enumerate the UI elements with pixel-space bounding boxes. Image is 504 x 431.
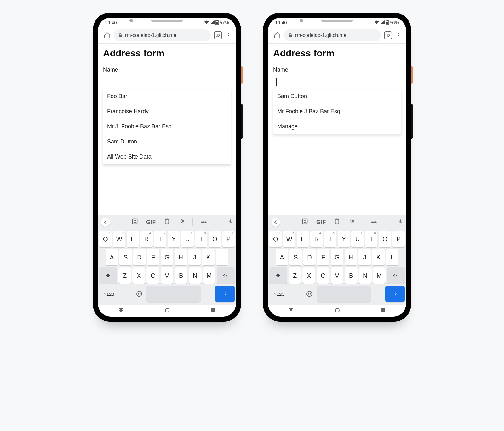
settings-icon[interactable] [178, 218, 184, 226]
key-u[interactable]: 7U [351, 231, 364, 247]
backspace-key[interactable] [217, 267, 235, 284]
autofill-suggestion[interactable]: Sam Dutton [273, 89, 401, 104]
clipboard-icon[interactable] [164, 218, 170, 226]
enter-key[interactable] [215, 286, 235, 302]
back-icon[interactable] [118, 308, 123, 314]
recent-icon[interactable] [381, 308, 386, 314]
key-c[interactable]: C [317, 267, 329, 284]
key-g[interactable]: G [331, 249, 343, 265]
autofill-suggestion[interactable]: Sam Dutton [103, 134, 231, 149]
key-z[interactable]: Z [118, 267, 131, 284]
address-bar[interactable]: rm-codelab-1.glitch.me [114, 29, 211, 41]
key-f[interactable]: F [317, 249, 329, 265]
key-e[interactable]: 3E [127, 231, 139, 247]
key-a[interactable]: A [276, 249, 288, 265]
key-w[interactable]: 2W [113, 231, 125, 247]
autofill-suggestion[interactable]: Manage… [273, 119, 401, 134]
key-y[interactable]: 6Y [338, 231, 350, 247]
key-d[interactable]: D [133, 249, 146, 265]
key-n[interactable]: N [359, 267, 372, 284]
shift-key[interactable] [99, 267, 117, 284]
kbd-collapse-icon[interactable] [271, 218, 280, 227]
sticker-icon[interactable] [302, 218, 308, 226]
key-p[interactable]: 0P [392, 231, 405, 247]
period-key[interactable]: . [202, 286, 214, 302]
autofill-suggestion[interactable]: Mr Fooble J Baz Bar Esq. [273, 104, 401, 119]
home-nav-icon[interactable] [165, 308, 170, 314]
key-l[interactable]: L [216, 249, 228, 265]
key-q[interactable]: 1Q [269, 231, 282, 247]
key-c[interactable]: C [146, 267, 159, 284]
tabs-button[interactable]: :D [214, 31, 222, 39]
overflow-menu-icon[interactable]: ⋮ [395, 32, 402, 38]
key-n[interactable]: N [189, 267, 202, 284]
address-bar[interactable]: rm-codelab-1.glitch.me [284, 29, 381, 41]
key-i[interactable]: 8I [195, 231, 207, 247]
key-x[interactable]: X [132, 267, 145, 284]
home-icon[interactable] [104, 32, 111, 39]
key-u[interactable]: 7U [181, 231, 193, 247]
symbols-key[interactable]: ?123 [269, 286, 289, 302]
key-o[interactable]: 9O [209, 231, 221, 247]
key-e[interactable]: 3E [297, 231, 309, 247]
recent-icon[interactable] [211, 308, 215, 314]
key-s[interactable]: S [119, 249, 132, 265]
key-y[interactable]: 6Y [168, 231, 180, 247]
key-l[interactable]: L [386, 249, 398, 265]
gif-icon[interactable]: GIF [316, 219, 326, 225]
mic-icon[interactable] [398, 218, 403, 226]
gif-icon[interactable]: GIF [146, 219, 156, 225]
space-key[interactable] [146, 286, 201, 302]
period-key[interactable]: . [372, 286, 384, 302]
key-p[interactable]: 0P [222, 231, 235, 247]
key-k[interactable]: K [202, 249, 215, 265]
key-r[interactable]: 4R [310, 231, 323, 247]
autofill-suggestion[interactable]: Mr J. Fooble Baz Bar Esq. [103, 119, 231, 134]
key-q[interactable]: 1Q [99, 231, 112, 247]
key-w[interactable]: 2W [283, 231, 295, 247]
key-h[interactable]: H [175, 249, 187, 265]
shift-key[interactable] [269, 267, 287, 284]
key-m[interactable]: M [203, 267, 216, 284]
key-m[interactable]: M [373, 267, 386, 284]
key-x[interactable]: X [302, 267, 315, 284]
back-icon[interactable] [289, 308, 294, 314]
key-o[interactable]: 9O [379, 231, 391, 247]
key-a[interactable]: A [106, 249, 118, 265]
more-icon[interactable]: ••• [201, 219, 207, 225]
enter-key[interactable] [385, 286, 405, 302]
more-icon[interactable]: ••• [371, 219, 377, 225]
key-z[interactable]: Z [289, 267, 301, 284]
backspace-key[interactable] [387, 267, 405, 284]
key-h[interactable]: H [345, 249, 357, 265]
kbd-collapse-icon[interactable] [101, 218, 110, 227]
settings-icon[interactable] [348, 218, 354, 226]
key-r[interactable]: 4R [140, 231, 152, 247]
key-g[interactable]: G [161, 249, 173, 265]
home-icon[interactable] [274, 32, 281, 39]
mic-icon[interactable] [228, 218, 233, 226]
sticker-icon[interactable] [132, 218, 138, 226]
key-v[interactable]: V [331, 267, 344, 284]
key-k[interactable]: K [372, 249, 385, 265]
autofill-suggestion[interactable]: All Web Site Data [103, 149, 231, 164]
key-b[interactable]: B [175, 267, 187, 284]
key-b[interactable]: B [345, 267, 358, 284]
overflow-menu-icon[interactable]: ⋮ [225, 32, 232, 38]
comma-key[interactable]: , [120, 286, 132, 302]
emoji-key[interactable] [133, 286, 145, 302]
key-i[interactable]: 8I [365, 231, 377, 247]
autofill-suggestion[interactable]: Françoise Hardy [103, 104, 231, 119]
key-v[interactable]: V [161, 267, 174, 284]
autofill-suggestion[interactable]: Foo Bar [103, 89, 231, 104]
key-d[interactable]: D [303, 249, 316, 265]
clipboard-icon[interactable] [334, 218, 340, 226]
name-input[interactable] [103, 75, 231, 89]
emoji-key[interactable] [303, 286, 315, 302]
symbols-key[interactable]: ?123 [99, 286, 119, 302]
key-s[interactable]: S [289, 249, 302, 265]
key-t[interactable]: 5T [324, 231, 336, 247]
comma-key[interactable]: , [290, 286, 302, 302]
home-nav-icon[interactable] [335, 308, 340, 314]
name-input[interactable] [273, 75, 401, 89]
